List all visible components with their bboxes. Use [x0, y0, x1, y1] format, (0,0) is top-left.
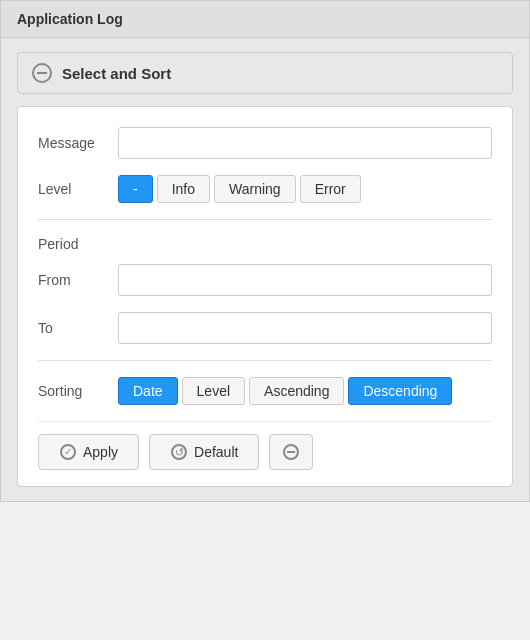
close-button[interactable] [269, 434, 313, 470]
period-label: Period [38, 236, 492, 252]
from-label: From [38, 272, 118, 288]
level-group: Level - Info Warning Error [38, 175, 492, 203]
apply-icon [59, 443, 77, 461]
minus-circle-icon [283, 444, 299, 460]
from-group: From [38, 264, 492, 296]
message-label: Message [38, 135, 118, 151]
level-btn-info[interactable]: Info [157, 175, 210, 203]
refresh-icon: ↺ [171, 444, 187, 460]
message-input[interactable] [118, 127, 492, 159]
apply-label: Apply [83, 444, 118, 460]
sorting-btn-descending[interactable]: Descending [348, 377, 452, 405]
section-header-label: Select and Sort [62, 65, 171, 82]
divider-2 [38, 360, 492, 361]
apply-button[interactable]: Apply [38, 434, 139, 470]
default-button[interactable]: ↺ Default [149, 434, 259, 470]
sorting-group: Sorting Date Level Ascending Descending [38, 377, 492, 405]
to-label: To [38, 320, 118, 336]
from-input[interactable] [118, 264, 492, 296]
window-title: Application Log [17, 11, 123, 27]
sorting-btn-date[interactable]: Date [118, 377, 178, 405]
check-icon [60, 444, 76, 460]
level-label: Level [38, 181, 118, 197]
divider-1 [38, 219, 492, 220]
sorting-label: Sorting [38, 383, 118, 399]
to-group: To [38, 312, 492, 344]
default-label: Default [194, 444, 238, 460]
sorting-btn-group: Date Level Ascending Descending [118, 377, 452, 405]
title-bar: Application Log [1, 1, 529, 38]
message-group: Message [38, 127, 492, 159]
level-btn-error[interactable]: Error [300, 175, 361, 203]
level-btn-group: - Info Warning Error [118, 175, 361, 203]
content-area: Select and Sort Message Level - Info War… [1, 38, 529, 501]
app-window: Application Log Select and Sort Message … [0, 0, 530, 502]
form-panel: Message Level - Info Warning Error Perio… [17, 106, 513, 487]
section-header[interactable]: Select and Sort [17, 52, 513, 94]
close-icon [282, 443, 300, 461]
level-btn-warning[interactable]: Warning [214, 175, 296, 203]
to-input[interactable] [118, 312, 492, 344]
level-btn-all[interactable]: - [118, 175, 153, 203]
default-icon: ↺ [170, 443, 188, 461]
sorting-btn-level[interactable]: Level [182, 377, 245, 405]
action-row: Apply ↺ Default [38, 421, 492, 470]
collapse-icon [32, 63, 52, 83]
sorting-btn-ascending[interactable]: Ascending [249, 377, 344, 405]
